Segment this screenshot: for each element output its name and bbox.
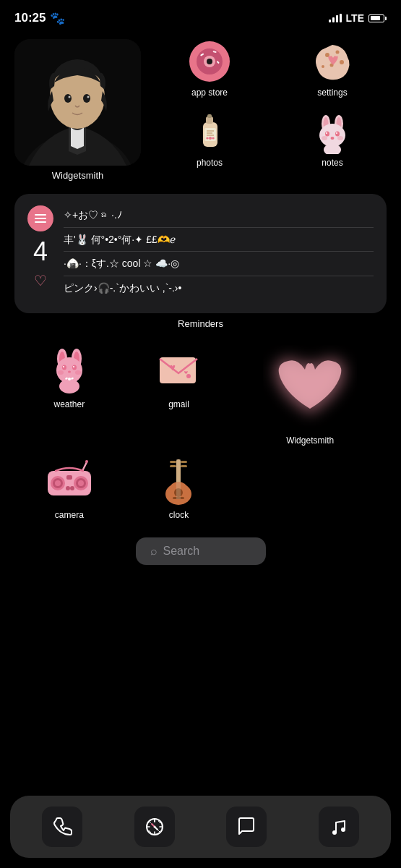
dock-item-phone[interactable]: [40, 804, 85, 849]
svg-point-70: [85, 460, 88, 463]
svg-point-51: [73, 366, 74, 367]
svg-point-65: [78, 480, 84, 486]
svg-point-15: [336, 51, 340, 54]
status-bar: 10:25 🐾 LTE: [0, 0, 401, 32]
reminders-content: ✧+お♡ᨳ ·.ﾉ 丰'🐰 何°•2•°何·✦ ££🫶ℯ ·🍙·：ξす.☆ co…: [64, 205, 374, 302]
svg-point-31: [319, 124, 345, 147]
status-time: 10:25 🐾: [14, 11, 65, 26]
app-label-settings: settings: [317, 88, 347, 98]
svg-point-18: [322, 65, 324, 68]
dock-icon-safari: [134, 807, 175, 847]
status-right: LTE: [329, 12, 387, 24]
reminders-label: Reminders: [14, 318, 387, 329]
app-label-camera: camera: [55, 510, 84, 520]
svg-rect-21: [207, 114, 212, 118]
svg-point-26: [209, 137, 212, 140]
svg-point-34: [326, 132, 327, 134]
heart-widget-item[interactable]: Widgetsmith: [263, 345, 357, 446]
app-item-appstore[interactable]: app store: [155, 39, 264, 98]
reminders-section: 4 ♡ ✧+お♡ᨳ ·.ﾉ 丰'🐰 何°•2•°何·✦ ££🫶ℯ ·🍙·：ξす.…: [14, 194, 387, 329]
app-label-notes: notes: [322, 158, 342, 168]
reminders-heart-icon: ♡: [34, 272, 47, 289]
dock-item-safari[interactable]: [132, 804, 177, 849]
app-icon-weather: [44, 345, 95, 396]
reminders-widget[interactable]: 4 ♡ ✧+お♡ᨳ ·.ﾉ 丰'🐰 何°•2•°何·✦ ££🫶ℯ ·🍙·：ξす.…: [14, 194, 387, 313]
svg-rect-73: [170, 465, 176, 467]
battery-icon: [368, 14, 387, 22]
svg-rect-57: [160, 357, 196, 383]
apps-middle-row: weather gmail: [14, 345, 387, 446]
app-item-gmail[interactable]: gmail: [153, 345, 204, 409]
svg-point-32: [325, 132, 329, 137]
widgetsmith-label: Widgetsmith: [14, 170, 141, 181]
svg-point-62: [55, 480, 61, 486]
svg-point-38: [337, 136, 343, 140]
svg-point-35: [336, 132, 337, 134]
top-right-apps: app store settings: [155, 39, 387, 168]
reminder-line-1: ✧+お♡ᨳ ·.ﾉ: [64, 205, 374, 228]
reminders-count: 4: [33, 239, 48, 265]
app-label-appstore: app store: [191, 88, 228, 98]
dock-item-music[interactable]: [316, 804, 361, 849]
svg-line-69: [82, 462, 87, 471]
reminder-line-2: 丰'🐰 何°•2•°何·✦ ££🫶ℯ: [64, 230, 374, 252]
photo-widget: [14, 39, 141, 166]
app-item-clock[interactable]: clock: [153, 456, 204, 520]
app-item-camera[interactable]: camera: [44, 456, 95, 520]
svg-rect-75: [181, 465, 187, 467]
app-icon-appstore: [187, 39, 232, 84]
widgetsmith-widget[interactable]: Widgetsmith: [14, 39, 141, 181]
svg-point-33: [335, 132, 340, 137]
svg-point-68: [70, 486, 74, 490]
dock-item-messages[interactable]: [224, 804, 269, 849]
svg-point-50: [63, 366, 64, 367]
svg-point-58: [186, 374, 191, 378]
app-icon-clock: [153, 456, 204, 506]
search-label: Search: [163, 545, 200, 558]
svg-point-10: [207, 59, 212, 64]
app-icon-photos: [187, 109, 232, 154]
svg-point-55: [59, 379, 79, 393]
dock-icon-phone: [42, 807, 82, 847]
app-label-clock: clock: [169, 510, 189, 520]
app-item-settings[interactable]: settings: [278, 39, 387, 98]
search-bar[interactable]: ⌕ Search: [136, 537, 266, 565]
app-label-gmail: gmail: [168, 399, 189, 409]
svg-point-52: [68, 371, 71, 373]
app-item-notes[interactable]: notes: [278, 109, 387, 168]
apps-bottom-row: camera: [14, 456, 387, 520]
reminders-menu-icon: [27, 205, 53, 231]
svg-rect-74: [181, 461, 187, 463]
lte-label: LTE: [346, 12, 364, 24]
svg-point-3: [64, 94, 72, 103]
svg-point-54: [75, 370, 81, 375]
paw-icon: 🐾: [50, 11, 65, 26]
svg-rect-72: [170, 461, 176, 463]
svg-rect-66: [66, 475, 72, 480]
svg-point-49: [72, 365, 77, 370]
search-section: ⌕ Search: [14, 537, 387, 565]
svg-point-36: [331, 137, 335, 140]
reminders-left: 4 ♡: [27, 205, 53, 289]
app-icon-settings: [310, 39, 355, 84]
reminder-line-4: ピンク›🎧-.`かわいい ,`-.›•: [64, 278, 374, 300]
svg-point-4: [83, 94, 90, 103]
svg-point-16: [340, 60, 344, 64]
dock: [10, 796, 391, 858]
svg-point-94: [341, 827, 345, 832]
app-item-weather[interactable]: weather: [44, 345, 95, 409]
app-icon-notes: [310, 109, 355, 154]
svg-point-6: [87, 96, 90, 98]
signal-icon: [329, 14, 342, 22]
app-item-photos[interactable]: photos: [155, 109, 264, 168]
svg-point-48: [62, 365, 66, 370]
svg-point-53: [58, 370, 64, 375]
reminder-line-3: ·🍙·：ξす.☆ cool ☆ ☁️·◎: [64, 254, 374, 276]
search-icon: ⌕: [150, 545, 158, 558]
app-label-widgetsmith-heart: Widgetsmith: [286, 435, 334, 446]
svg-point-37: [322, 136, 327, 140]
svg-point-5: [69, 96, 71, 98]
dock-icon-music: [319, 807, 359, 847]
svg-line-90: [158, 831, 160, 833]
svg-line-89: [149, 822, 150, 823]
